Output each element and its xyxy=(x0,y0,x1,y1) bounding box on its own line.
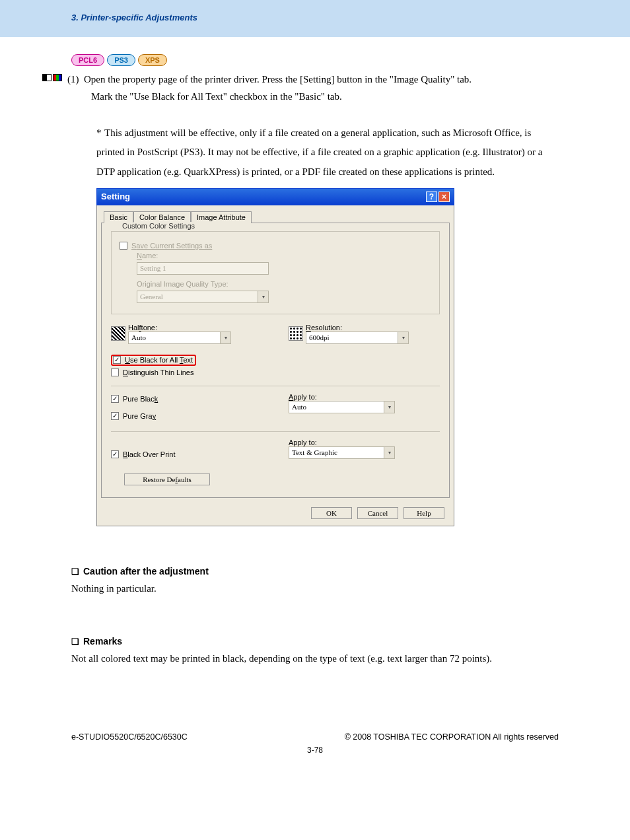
close-icon[interactable]: × xyxy=(438,192,450,202)
tab-basic[interactable]: Basic xyxy=(104,211,133,223)
chip-xps: XPS xyxy=(138,54,167,66)
apply-to-2-select[interactable] xyxy=(289,446,384,459)
halftone-icon xyxy=(111,326,125,341)
remarks-heading: ❏Remarks xyxy=(71,636,559,647)
chevron-down-icon[interactable]: ▾ xyxy=(384,401,395,413)
ok-button[interactable]: OK xyxy=(311,507,352,519)
setting-dialog: Setting ? × Basic Color Balance Image At… xyxy=(96,188,454,526)
pure-black-checkbox[interactable]: ✓ xyxy=(111,395,119,403)
page-footer: e-STUDIO5520C/6520C/6530C © 2008 TOSHIBA… xyxy=(0,732,630,742)
apply-to-1-label: Apply to: xyxy=(289,393,440,401)
dialog-titlebar: Setting ? × xyxy=(96,188,454,205)
restore-defaults-button[interactable]: Restore Defaults xyxy=(124,473,210,485)
resolution-select[interactable] xyxy=(306,332,398,344)
cancel-button[interactable]: Cancel xyxy=(357,507,398,519)
footer-right: © 2008 TOSHIBA TEC CORPORATION All right… xyxy=(345,732,559,742)
halftone-label: Halftone: xyxy=(128,324,262,332)
use-black-checkbox[interactable]: ✓ xyxy=(113,356,121,364)
document-header: 3. Printer-specific Adjustments xyxy=(0,0,630,37)
pure-gray-label: Pure Gray xyxy=(123,412,156,420)
step-number: (1) xyxy=(67,74,79,85)
chevron-down-icon[interactable]: ▾ xyxy=(384,446,395,459)
use-black-highlight: ✓ Use Black for All Text xyxy=(111,355,196,366)
color-icon xyxy=(53,74,62,81)
chevron-down-icon[interactable]: ▾ xyxy=(398,332,409,344)
black-over-print-label: Black Over Print xyxy=(123,450,175,458)
caution-body: Nothing in particular. xyxy=(71,580,559,596)
save-settings-label: Save Current Settings as xyxy=(131,242,212,250)
step-line1: Open the property page of the printer dr… xyxy=(84,74,472,85)
pure-black-label: Pure Black xyxy=(123,395,158,403)
apply-to-2-label: Apply to: xyxy=(289,438,440,446)
help-icon[interactable]: ? xyxy=(426,192,437,202)
use-black-label: Use Black for All Text xyxy=(125,356,193,364)
black-over-print-checkbox[interactable]: ✓ xyxy=(111,450,119,458)
footer-left: e-STUDIO5520C/6520C/6530C xyxy=(71,732,188,742)
pure-gray-checkbox[interactable]: ✓ xyxy=(111,412,119,420)
section-title: 3. Printer-specific Adjustments xyxy=(71,13,197,22)
name-input[interactable] xyxy=(137,262,269,275)
bw-icon xyxy=(42,74,52,81)
oiq-label: Original Image Quality Type: xyxy=(137,280,431,288)
chip-ps3: PS3 xyxy=(107,54,135,66)
chevron-down-icon[interactable]: ▾ xyxy=(258,291,269,303)
resolution-label: Resolution: xyxy=(306,324,440,332)
dialog-title: Setting xyxy=(101,192,130,201)
tab-image-attribute[interactable]: Image Attribute xyxy=(191,211,252,223)
apply-to-1-select[interactable] xyxy=(289,401,384,413)
dialog-tabs: Basic Color Balance Image Attribute xyxy=(104,211,450,223)
step-line2: Mark the "Use Black for All Text" checkb… xyxy=(91,88,559,106)
thin-lines-label: Distinguish Thin Lines xyxy=(123,368,193,376)
chip-pcl6: PCL6 xyxy=(71,54,104,66)
remarks-body: Not all colored text may be printed in b… xyxy=(71,650,559,666)
chevron-down-icon[interactable]: ▾ xyxy=(221,332,231,344)
footnote-text: This adjustment will be effective, only … xyxy=(96,127,542,177)
footnote: *This adjustment will be effective, only… xyxy=(96,123,559,182)
caution-heading: ❏Caution after the adjustment xyxy=(71,566,559,577)
oiq-select[interactable] xyxy=(137,291,258,303)
thin-lines-checkbox[interactable] xyxy=(111,368,119,376)
driver-chips: PCL6 PS3 XPS xyxy=(71,54,559,66)
resolution-icon xyxy=(289,326,303,341)
name-label: Name: xyxy=(137,252,431,260)
halftone-select[interactable] xyxy=(128,332,221,344)
page-number: 3-78 xyxy=(0,746,630,755)
save-settings-checkbox[interactable] xyxy=(120,242,127,250)
help-button[interactable]: Help xyxy=(403,507,444,519)
